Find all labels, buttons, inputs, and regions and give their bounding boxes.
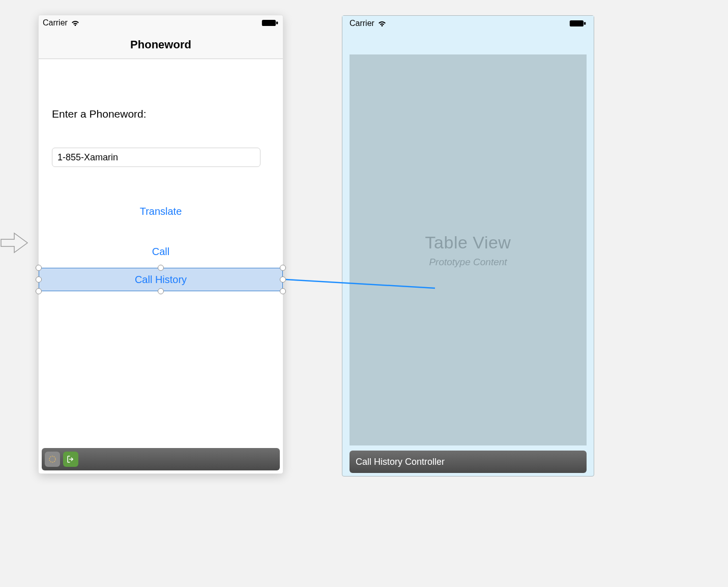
svg-rect-0 (262, 20, 276, 26)
scene-dock (42, 448, 280, 470)
svg-point-2 (49, 456, 55, 462)
status-bar: Carrier (39, 15, 283, 31)
tableview-title: Table View (425, 233, 511, 253)
resize-handle-icon[interactable] (36, 288, 42, 294)
wifi-icon (71, 18, 80, 27)
translate-button[interactable]: Translate (140, 206, 182, 217)
call-button[interactable]: Call (152, 246, 169, 258)
scene-label-text: Call History Controller (356, 457, 445, 467)
resize-handle-icon[interactable] (280, 265, 286, 271)
exit-icon[interactable] (63, 452, 78, 467)
resize-handle-icon[interactable] (280, 276, 286, 283)
call-history-button-selection: Call History (39, 268, 283, 291)
navigation-bar: Phoneword (39, 31, 283, 59)
carrier-label: Carrier (350, 16, 374, 31)
resize-handle-icon[interactable] (158, 265, 164, 271)
table-view-placeholder[interactable]: Table View Prototype Content (350, 54, 587, 445)
status-bar: Carrier (342, 16, 594, 31)
first-responder-icon[interactable] (45, 452, 60, 467)
carrier-label: Carrier (43, 15, 68, 31)
svg-rect-1 (276, 21, 278, 24)
phoneword-scene: Carrier Phoneword Enter a Phoneword: Tra… (39, 15, 283, 473)
phoneword-prompt-label: Enter a Phoneword: (52, 108, 270, 120)
resize-handle-icon[interactable] (36, 276, 42, 283)
battery-icon (261, 18, 279, 27)
battery-icon (569, 19, 587, 28)
resize-handle-icon[interactable] (158, 288, 164, 294)
wifi-icon (377, 19, 387, 28)
tableview-subtitle: Prototype Content (429, 257, 507, 268)
resize-handle-icon[interactable] (36, 265, 42, 271)
svg-rect-4 (584, 22, 586, 24)
nav-title: Phoneword (130, 38, 191, 51)
svg-rect-3 (570, 20, 584, 26)
phoneword-input[interactable] (52, 148, 260, 167)
storyboard-entry-arrow (0, 230, 31, 256)
call-history-scene: Carrier Table View Prototype Content Cal… (342, 15, 594, 477)
resize-handle-icon[interactable] (280, 288, 286, 294)
scene-label-bar[interactable]: Call History Controller (350, 451, 587, 473)
